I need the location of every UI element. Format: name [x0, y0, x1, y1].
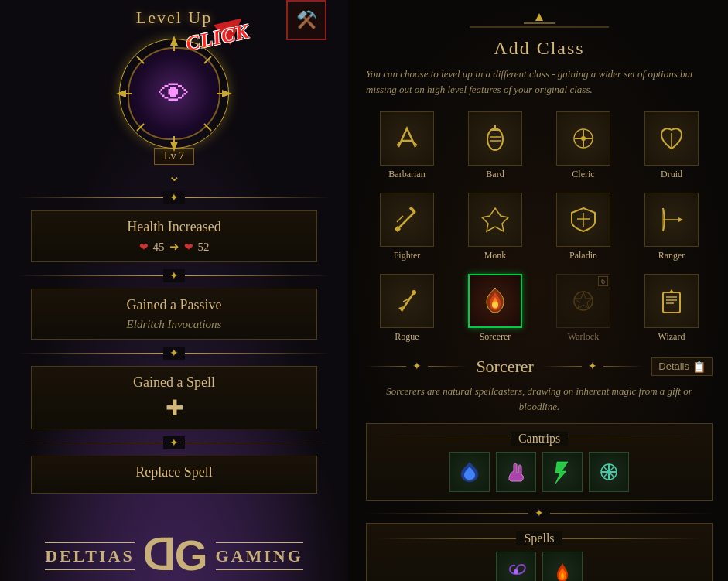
- level-up-header: Level Up: [136, 8, 212, 28]
- svg-point-32: [412, 290, 416, 295]
- warlock-label: Warlock: [568, 331, 599, 343]
- divider-2: ✦: [18, 268, 331, 283]
- level-up-title: Level Up: [136, 8, 212, 28]
- heart-icon-1: ❤: [139, 241, 149, 254]
- svg-point-23: [581, 136, 586, 141]
- cantrips-row: [378, 452, 701, 492]
- watermark-left: DELTIAS: [45, 546, 135, 566]
- ranger-icon: [644, 193, 699, 247]
- class-item-druid[interactable]: Druid: [631, 108, 713, 183]
- spells-row: [378, 552, 701, 581]
- cantrip-icon-3[interactable]: [589, 452, 629, 492]
- selected-class-desc: Sorcerers are natural spellcasters, draw…: [366, 384, 713, 414]
- character-avatar: [124, 43, 224, 144]
- cantrip-icon-1[interactable]: [496, 452, 536, 492]
- class-item-bard[interactable]: Bard: [454, 108, 536, 183]
- spells-section: Spells: [366, 523, 713, 581]
- class-item-warlock[interactable]: 6 Warlock: [542, 271, 624, 346]
- svg-line-1: [204, 56, 211, 63]
- heart-icon-2: ❤: [184, 241, 193, 254]
- druid-label: Druid: [661, 169, 682, 180]
- ranger-label: Ranger: [658, 250, 685, 261]
- health-to: 52: [198, 241, 210, 254]
- svg-rect-36: [663, 292, 680, 313]
- class-item-fighter[interactable]: Fighter: [366, 190, 448, 265]
- rogue-label: Rogue: [395, 331, 419, 343]
- cleric-icon: [556, 111, 610, 166]
- bard-icon: [468, 111, 522, 166]
- watermark-logo: ᗡG: [142, 535, 208, 577]
- svg-line-7: [137, 56, 144, 63]
- selected-class-name: Sorcerer: [476, 357, 534, 377]
- watermark-right: GAMING: [216, 546, 303, 566]
- druid-icon: [644, 111, 699, 166]
- svg-line-24: [398, 211, 415, 228]
- fighter-icon: [380, 193, 434, 247]
- replace-spell-title: Replace Spell: [44, 464, 304, 480]
- paladin-icon: [556, 193, 610, 247]
- selected-class-bar: ✦ Sorcerer ✦ Details 📋: [366, 355, 713, 378]
- svg-marker-31: [678, 217, 683, 222]
- divider-4: ✦: [18, 435, 331, 450]
- svg-point-45: [514, 569, 518, 574]
- hammer-icon: ⚒️: [296, 10, 317, 30]
- spell-icon-0[interactable]: [496, 552, 536, 581]
- replace-spell-card[interactable]: Replace Spell: [31, 456, 317, 494]
- svg-point-34: [492, 302, 498, 308]
- cantrip-icon-2[interactable]: [542, 452, 583, 492]
- arrow-icon: ➜: [169, 240, 179, 254]
- divider-3: ✦: [18, 345, 331, 361]
- divider-star-2: ✦: [163, 269, 185, 282]
- details-label: Details: [658, 361, 689, 372]
- chevron-down-icon: ⌄: [168, 166, 181, 185]
- health-from: 45: [153, 241, 165, 254]
- class-grid: Barbarian Bard Cleric Druid: [366, 108, 713, 346]
- spells-divider: ✦: [366, 507, 713, 520]
- click-icon-button[interactable]: ⚒️: [286, 0, 326, 40]
- svg-line-27: [397, 216, 403, 222]
- class-item-barbarian[interactable]: Barbarian: [366, 108, 448, 183]
- details-button[interactable]: Details 📋: [651, 357, 713, 376]
- paladin-label: Paladin: [569, 250, 597, 261]
- class-item-sorcerer[interactable]: Sorcerer: [454, 271, 536, 346]
- divider-1: ✦: [18, 190, 331, 205]
- monk-label: Monk: [484, 250, 507, 261]
- top-decoration: [470, 12, 609, 35]
- class-item-ranger[interactable]: Ranger: [631, 190, 713, 265]
- gained-spell-card: Gained a Spell ✚: [31, 366, 317, 429]
- class-item-cleric[interactable]: Cleric: [542, 108, 624, 183]
- health-increased-card: Health Increased ❤ 45 ➜ ❤ 52: [31, 210, 317, 262]
- wizard-icon: [644, 274, 699, 328]
- class-item-wizard[interactable]: Wizard: [631, 271, 713, 346]
- divider-star-4: ✦: [163, 436, 185, 449]
- add-class-title: Add Class: [366, 38, 713, 59]
- rogue-icon: [380, 274, 434, 328]
- svg-point-15: [487, 128, 503, 150]
- gained-passive-title: Gained a Passive: [44, 297, 304, 313]
- barbarian-label: Barbarian: [388, 169, 425, 180]
- gained-passive-card: Gained a Passive Eldritch Invocations: [31, 289, 317, 340]
- spell-cross-icon: ✚: [44, 395, 304, 421]
- left-divider-star: ✦: [406, 360, 428, 373]
- class-item-paladin[interactable]: Paladin: [542, 190, 624, 265]
- cleric-label: Cleric: [572, 169, 594, 180]
- right-divider-star: ✦: [582, 360, 603, 373]
- spells-divider-star: ✦: [528, 507, 550, 520]
- cantrip-icon-0[interactable]: [449, 452, 490, 492]
- gained-spell-title: Gained a Spell: [44, 374, 304, 391]
- wizard-label: Wizard: [658, 331, 685, 343]
- spells-header: Spells: [378, 531, 701, 545]
- cantrips-title: Cantrips: [511, 432, 568, 446]
- spell-icon-1[interactable]: [542, 552, 583, 581]
- spells-title: Spells: [516, 531, 562, 545]
- sorcerer-label: Sorcerer: [480, 331, 511, 343]
- warlock-level-badge: 6: [598, 276, 608, 286]
- sun-rays: [124, 43, 224, 144]
- watermark: DELTIAS ᗡG GAMING: [0, 527, 348, 581]
- left-panel: Level Up ⚒️ ▶ CLICK: [0, 0, 348, 581]
- barbarian-icon: [380, 111, 434, 166]
- fighter-label: Fighter: [394, 250, 421, 261]
- class-item-rogue[interactable]: Rogue: [366, 271, 448, 346]
- divider-star-1: ✦: [163, 191, 185, 204]
- class-item-monk[interactable]: Monk: [454, 190, 536, 265]
